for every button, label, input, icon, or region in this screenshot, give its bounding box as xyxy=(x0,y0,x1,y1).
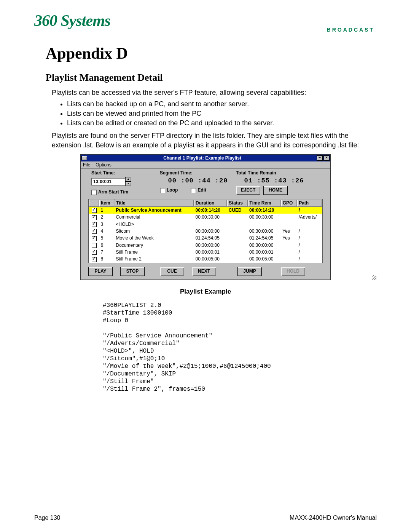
start-time-input[interactable]: 13:00:01 xyxy=(91,178,126,185)
row-checkbox[interactable] xyxy=(92,236,97,241)
table-row[interactable]: 1Public Service Announcement00:00:14:20C… xyxy=(89,206,322,214)
col-path[interactable]: Path xyxy=(297,199,322,206)
cell-title: Movie of the Week xyxy=(115,235,194,241)
cell-item: 4 xyxy=(99,228,115,235)
cell-title: Sitcom xyxy=(115,228,194,235)
cell-duration: 00:30:00:00 xyxy=(194,228,227,235)
resize-grip-icon[interactable] xyxy=(372,275,376,280)
cell-path: / xyxy=(297,249,322,256)
row-checkbox[interactable] xyxy=(92,208,97,213)
heading-section: Playlist Management Detail xyxy=(46,72,377,83)
total-time-display: 01 :55 :43 :26 xyxy=(236,177,312,184)
cell-item: 3 xyxy=(99,221,115,228)
cell-path: / xyxy=(297,242,322,249)
cell-status xyxy=(227,221,248,228)
row-checkbox[interactable] xyxy=(92,229,97,234)
row-checkbox[interactable] xyxy=(92,222,97,227)
cell-duration: 01:24:54:05 xyxy=(194,235,227,241)
edit-label: Edit xyxy=(198,187,206,193)
row-checkbox[interactable] xyxy=(92,257,97,262)
footer-rule xyxy=(34,512,377,512)
next-button[interactable]: NEXT xyxy=(192,267,216,276)
cell-gpo: Yes xyxy=(281,228,297,235)
total-time-label: Total Time Remain xyxy=(236,170,312,176)
stop-button[interactable]: STOP xyxy=(120,267,145,276)
cell-path: / xyxy=(297,228,322,235)
menu-bar: File Options xyxy=(81,161,330,169)
col-check[interactable] xyxy=(89,199,99,206)
loop-checkbox[interactable] xyxy=(160,188,165,193)
cell-gpo xyxy=(281,206,297,214)
table-row[interactable]: 4Sitcom00:30:00:0000:30:00:00Yes/ xyxy=(89,228,322,235)
cell-item: 7 xyxy=(99,249,115,256)
intro-paragraph-2: Playlists are found on the server FTP di… xyxy=(52,131,377,150)
lst-file-content: #360PLAYLIST 2.0 #StartTime 13000100 #Lo… xyxy=(103,302,377,393)
cell-status xyxy=(227,256,248,262)
table-row[interactable]: 5Movie of the Week01:24:54:0501:24:54:05… xyxy=(89,235,322,241)
cell-path: /Adverts/ xyxy=(297,214,322,220)
cell-item: 8 xyxy=(99,256,115,262)
col-title[interactable]: Title xyxy=(115,199,194,206)
system-menu-icon[interactable] xyxy=(81,156,87,160)
cell-title: <HOLD> xyxy=(115,221,194,228)
table-row[interactable]: 7Still Frame00:00:00:0100:00:00:01/ xyxy=(89,249,322,256)
hold-button[interactable]: HOLD xyxy=(281,267,305,276)
cell-gpo xyxy=(281,256,297,262)
playlist-window: Channel 1 Playlist: Example Playlist – ×… xyxy=(80,154,331,280)
arm-start-checkbox[interactable] xyxy=(91,190,97,195)
bullet-item: Lists can be edited or created on the PC… xyxy=(67,119,377,127)
close-button[interactable]: × xyxy=(323,155,330,161)
cell-item: 6 xyxy=(99,242,115,249)
cell-status: CUED xyxy=(227,206,248,214)
cell-timerem: 00:30:00:00 xyxy=(248,228,281,235)
row-checkbox[interactable] xyxy=(92,215,97,220)
start-time-label: Start Time: xyxy=(91,170,160,176)
table-row[interactable]: 2Commercial00:00:30:0000:00:30:00/Advert… xyxy=(89,214,322,220)
col-status[interactable]: Status xyxy=(227,199,248,206)
cell-duration: 00:00:30:00 xyxy=(194,214,227,220)
cue-button[interactable]: CUE xyxy=(160,267,184,276)
spin-up-button[interactable]: ▲ xyxy=(125,177,131,182)
cell-gpo xyxy=(281,242,297,249)
segment-time-display: 00 :00 :44 :20 xyxy=(160,177,236,184)
jump-button[interactable]: JUMP xyxy=(237,267,262,276)
menu-file[interactable]: File xyxy=(83,162,90,168)
cell-title: Public Service Announcement xyxy=(115,206,194,214)
cell-duration: 00:30:00:00 xyxy=(194,242,227,249)
spin-down-button[interactable]: ▼ xyxy=(125,182,131,186)
feature-bullets: Lists can be backed up on a PC, and sent… xyxy=(59,100,377,127)
cell-title: Documentary xyxy=(115,242,194,249)
bullet-item: Lists can be viewed and printed from the… xyxy=(67,110,377,118)
col-timerem[interactable]: Time Rem xyxy=(248,199,281,206)
cell-timerem: 00:00:00:01 xyxy=(248,249,281,256)
cell-timerem: 01:24:54:05 xyxy=(248,235,281,241)
col-item[interactable]: Item xyxy=(99,199,115,206)
cell-status xyxy=(227,214,248,220)
eject-button[interactable]: EJECT xyxy=(236,186,260,195)
cell-status xyxy=(227,242,248,249)
col-gpo[interactable]: GPO xyxy=(281,199,297,206)
arm-start-label: Arm Start Tim xyxy=(98,189,128,195)
row-checkbox[interactable] xyxy=(92,250,97,255)
edit-checkbox[interactable] xyxy=(191,188,196,193)
manual-title: MAXX-2400HD Owner's Manual xyxy=(290,514,377,521)
table-row[interactable]: 6Documentary00:30:00:0000:30:00:00/ xyxy=(89,242,322,249)
cell-duration: 00:00:05:00 xyxy=(194,256,227,262)
cell-title: Still Frame xyxy=(115,249,194,256)
minimize-button[interactable]: – xyxy=(317,155,323,161)
cell-gpo xyxy=(281,249,297,256)
cell-timerem: 00:00:30:00 xyxy=(248,214,281,220)
cell-timerem: 00:00:05:00 xyxy=(248,256,281,262)
cell-timerem xyxy=(248,221,281,228)
play-button[interactable]: PLAY xyxy=(88,267,113,276)
segment-time-label: Segment Time: xyxy=(160,170,236,176)
home-button[interactable]: HOME xyxy=(263,186,288,195)
cell-gpo xyxy=(281,214,297,220)
table-row[interactable]: 3<HOLD> xyxy=(89,221,322,228)
menu-options[interactable]: Options xyxy=(96,162,111,168)
table-row[interactable]: 8Still Frame 200:00:05:0000:00:05:00/ xyxy=(89,256,322,262)
cell-status xyxy=(227,228,248,235)
row-checkbox[interactable] xyxy=(92,243,97,248)
cell-path: / xyxy=(297,256,322,262)
col-duration[interactable]: Duration xyxy=(194,199,227,206)
